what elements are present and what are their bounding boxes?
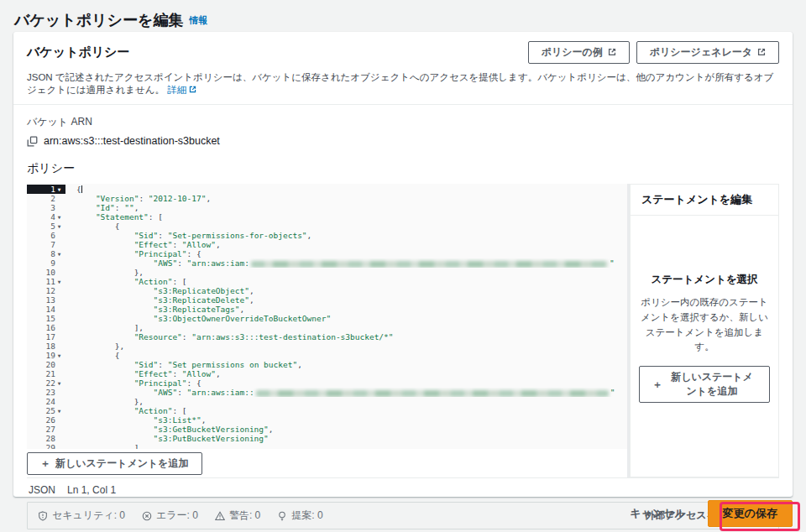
- text-cursor: [81, 185, 82, 193]
- code-line[interactable]: 22▼ "Principal": {: [27, 378, 627, 388]
- code-line[interactable]: 17 "Resource": "arn:aws:s3:::test-destin…: [27, 332, 627, 342]
- code-line[interactable]: 21 "Effect": "Allow",: [27, 369, 627, 378]
- code-line[interactable]: 25▼ "Action": [: [27, 406, 627, 415]
- copy-icon[interactable]: [27, 136, 38, 147]
- json-punctuation: :: [158, 360, 167, 369]
- code-line[interactable]: 20 "Sid": "Set permissions on bucket",: [27, 360, 627, 369]
- fold-arrow-icon[interactable]: ▼: [55, 212, 63, 222]
- policy-generator-button[interactable]: ポリシージェネレータ: [636, 41, 779, 64]
- fold-arrow-icon[interactable]: ▼: [55, 277, 63, 286]
- code-text: "s3:List*",: [65, 415, 206, 425]
- json-punctuation: ,: [202, 415, 207, 425]
- json-punctuation: ],: [76, 323, 144, 332]
- json-punctuation: :: [172, 369, 181, 378]
- code-line[interactable]: 12 "s3:ReplicateObject",: [27, 286, 627, 295]
- add-statement-button[interactable]: ＋ 新しいステートメントを追加: [27, 452, 202, 475]
- code-line[interactable]: 1▼{: [27, 185, 627, 194]
- json-string: "Sid": [134, 360, 159, 369]
- line-number: 26: [46, 415, 55, 425]
- line-number: 17: [46, 332, 55, 342]
- code-line[interactable]: 2 "Version": "2012-10-17",: [27, 194, 627, 203]
- code-text: },: [65, 268, 144, 277]
- stat-label: セキュリティ: 0: [52, 509, 125, 523]
- json-punctuation: ,: [269, 425, 274, 434]
- code-line[interactable]: 8▼ "Principal": {: [27, 249, 627, 258]
- fold-arrow-icon[interactable]: ▼: [55, 222, 63, 231]
- save-changes-button[interactable]: 変更の保存: [708, 500, 793, 527]
- stat-警告[interactable]: 警告: 0: [215, 509, 260, 523]
- json-punctuation: [76, 369, 134, 378]
- code-line[interactable]: 11▼ "Action": [: [27, 277, 627, 286]
- code-line[interactable]: 13 "s3:ReplicateDelete",: [27, 295, 627, 305]
- code-line[interactable]: 4▼ "Statement": [: [27, 212, 627, 222]
- line-number: 16: [46, 323, 55, 332]
- code-line[interactable]: 9 "AWS": "arn:aws:iam:": [27, 258, 627, 268]
- code-text: "s3:GetBucketVersioning",: [65, 425, 274, 434]
- json-string: "Action": [134, 406, 173, 415]
- code-line[interactable]: 16 ],: [27, 323, 627, 332]
- line-number: 2: [50, 194, 55, 203]
- json-string: "Resource": [134, 332, 182, 342]
- line-number: 14: [46, 305, 55, 314]
- cancel-button[interactable]: キャンセル: [630, 506, 686, 521]
- external-link-icon: [608, 47, 616, 59]
- code-line[interactable]: 5▼ {: [27, 222, 627, 231]
- code-line[interactable]: 26 "s3:List*",: [27, 415, 627, 425]
- fold-arrow-icon[interactable]: ▼: [55, 378, 63, 388]
- fold-arrow-icon[interactable]: ▼: [55, 249, 63, 258]
- stat-提案[interactable]: 提案: 0: [277, 509, 322, 523]
- fold-arrow-icon[interactable]: ▼: [55, 351, 63, 360]
- code-text: "s3:ReplicateObject",: [65, 286, 254, 295]
- json-string: "Sid": [134, 231, 159, 240]
- json-punctuation: },: [76, 342, 124, 351]
- code-line[interactable]: 28 "s3:PutBucketVersioning": [27, 434, 627, 443]
- code-line[interactable]: 19▼ {: [27, 351, 627, 360]
- json-punctuation: ,: [249, 295, 254, 305]
- policy-examples-label: ポリシーの例: [542, 45, 603, 60]
- code-text: "Action": [: [65, 277, 187, 286]
- fold-arrow-icon[interactable]: ▼: [55, 185, 63, 194]
- details-link[interactable]: 詳細: [167, 85, 186, 95]
- json-punctuation: ,: [249, 286, 254, 295]
- code-text: "Sid": "Set permissions on bucket",: [65, 360, 302, 369]
- code-line[interactable]: 24 },: [27, 397, 627, 406]
- json-code-editor[interactable]: 1▼{2 "Version": "2012-10-17",3 "Id": "",…: [27, 184, 627, 449]
- code-text: "Principal": {: [65, 378, 202, 388]
- line-number: 27: [46, 425, 55, 434]
- code-line[interactable]: 10 },: [27, 268, 627, 277]
- json-punctuation: :: [177, 388, 186, 397]
- line-number: 25: [46, 406, 55, 415]
- policy-examples-button[interactable]: ポリシーの例: [528, 41, 630, 64]
- line-number: 22: [46, 378, 55, 388]
- json-string: ": [610, 258, 615, 268]
- code-line[interactable]: 14 "s3:ReplicateTags",: [27, 305, 627, 314]
- stat-エラー[interactable]: エラー: 0: [142, 509, 198, 523]
- external-link-icon: [189, 85, 196, 95]
- info-link[interactable]: 情報: [189, 15, 207, 25]
- json-string: "arn:aws:iam:: [187, 258, 249, 268]
- code-line[interactable]: 7 "Effect": "Allow",: [27, 240, 627, 249]
- code-line[interactable]: 15 "s3:ObjectOwnerOverrideToBucketOwner": [27, 314, 627, 323]
- statement-panel: ステートメントを編集 ステートメントを選択 ポリシー内の既存のステートメントを選…: [630, 184, 779, 477]
- stat-セキュリティ[interactable]: セキュリティ: 0: [38, 509, 125, 523]
- json-string: "Statement": [96, 212, 149, 222]
- code-text: ]: [65, 443, 139, 449]
- line-number: 9: [50, 258, 55, 268]
- json-string: "Allow": [182, 369, 216, 378]
- fold-arrow-icon[interactable]: ▼: [55, 406, 63, 415]
- json-punctuation: ,: [216, 240, 221, 249]
- json-string: "AWS": [154, 388, 178, 397]
- json-punctuation: ,: [206, 194, 211, 203]
- code-line[interactable]: 27 "s3:GetBucketVersioning",: [27, 425, 627, 434]
- warning-icon: [215, 511, 225, 521]
- card-header: バケットポリシー ポリシーの例 ポリシージェネレータ JSON で記述されたアク…: [13, 32, 793, 104]
- code-line[interactable]: 6 "Sid": "Set-permissions-for-objects",: [27, 231, 627, 240]
- code-line[interactable]: 29 ]: [27, 443, 627, 449]
- code-line[interactable]: 3 "Id": "",: [27, 203, 627, 212]
- json-punctuation: [76, 406, 134, 415]
- line-number: 10: [46, 268, 55, 277]
- code-line[interactable]: 23 "AWS": "arn:aws:iam::": [27, 388, 627, 397]
- stat-label: 警告: 0: [229, 509, 260, 523]
- panel-add-statement-button[interactable]: ＋ 新しいステートメントを追加: [639, 366, 770, 403]
- code-line[interactable]: 18 },: [27, 342, 627, 351]
